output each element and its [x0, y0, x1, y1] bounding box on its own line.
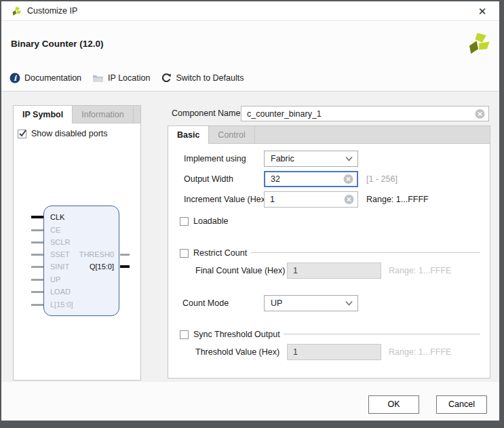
switch-to-defaults-label: Switch to Defaults — [176, 73, 244, 83]
desktop-shadow: Customize IP ✕ Binary Counter (12.0) i D… — [0, 0, 504, 428]
info-icon: i — [9, 73, 20, 83]
port-stub-sclr — [31, 241, 43, 244]
port-stub-clk — [31, 216, 43, 218]
tab-control[interactable]: Control — [209, 126, 254, 143]
dialog-header: Binary Counter (12.0) i Documentation IP… — [1, 22, 499, 91]
port-label-thresh0: THRESH0 — [79, 250, 114, 258]
left-panel-tabs: IP Symbol Information — [14, 106, 140, 123]
chevron-down-icon — [345, 156, 353, 161]
folder-icon — [92, 73, 104, 83]
component-name-field — [241, 106, 489, 121]
implement-using-dropdown[interactable]: Fabric — [264, 151, 358, 167]
port-label-ce: CE — [50, 226, 60, 234]
port-stub-load — [31, 291, 43, 293]
count-mode-label: Count Mode — [182, 298, 229, 308]
show-disabled-ports-checkbox[interactable]: Show disabled ports — [18, 129, 108, 138]
footer — [1, 382, 499, 421]
threshold-value-label: Threshold Value (Hex) — [195, 347, 279, 357]
port-label-sinit: SINIT — [50, 262, 69, 271]
tab-ip-symbol[interactable]: IP Symbol — [14, 106, 73, 123]
restrict-count-label: Restrict Count — [193, 248, 247, 258]
checkbox-box[interactable] — [180, 217, 189, 226]
final-count-value-field — [287, 262, 381, 279]
port-label-up: UP — [50, 275, 60, 284]
clear-icon[interactable] — [344, 195, 354, 205]
port-label-l: L[15:0] — [50, 300, 73, 309]
output-width-field — [264, 171, 358, 187]
ip-title: Binary Counter (12.0) — [11, 39, 104, 49]
clear-icon[interactable] — [343, 174, 353, 184]
port-label-q: Q[15:0] — [90, 262, 114, 271]
ip-symbol-block — [43, 206, 119, 316]
title-bar: Customize IP ✕ — [1, 1, 499, 21]
port-label-sset: SSET — [50, 250, 70, 258]
port-label-clk: CLK — [50, 213, 64, 221]
implement-using-value: Fabric — [271, 151, 294, 166]
sync-threshold-output-checkbox[interactable]: Sync Threshold Output — [180, 330, 280, 339]
restrict-count-divider — [251, 252, 480, 253]
close-button[interactable]: ✕ — [472, 1, 492, 21]
count-mode-value: UP — [271, 296, 282, 311]
tab-basic[interactable]: Basic — [168, 126, 209, 144]
ip-symbol-panel: IP Symbol Information Show disabled port… — [13, 105, 141, 381]
threshold-value-range: Range: 1...FFFE — [389, 347, 451, 357]
restrict-count-checkbox[interactable]: Restrict Count — [180, 248, 247, 258]
ok-button[interactable]: OK — [368, 395, 419, 414]
port-stub-sinit — [31, 266, 43, 268]
checkbox-box[interactable] — [18, 130, 26, 138]
port-stub-ce — [31, 229, 43, 231]
final-count-value-label: Final Count Value (Hex) — [195, 266, 285, 275]
sync-threshold-divider — [284, 334, 480, 334]
tab-information[interactable]: Information — [73, 106, 134, 123]
config-tab-frame: Basic Control Implement using Fabric Out… — [168, 125, 490, 378]
refresh-icon — [161, 73, 172, 83]
increment-value-range: Range: 1...FFFF — [366, 195, 429, 204]
checkbox-box[interactable] — [180, 249, 189, 258]
ip-location-label: IP Location — [108, 73, 150, 83]
implement-using-label: Implement using — [184, 154, 246, 163]
threshold-value-field — [287, 344, 381, 360]
xilinx-logo — [465, 31, 491, 57]
final-count-value-input — [288, 263, 381, 278]
port-stub-up — [31, 279, 43, 281]
port-stub-thresh0 — [120, 254, 130, 256]
clear-icon[interactable] — [475, 109, 485, 119]
show-disabled-ports-label: Show disabled ports — [31, 129, 108, 138]
documentation-button[interactable]: i Documentation — [9, 73, 81, 83]
port-label-sclr: SCLR — [50, 238, 70, 246]
increment-value-label: Increment Value (Hex) — [184, 195, 268, 204]
component-name-label: Component Name — [172, 105, 240, 121]
checkbox-box[interactable] — [180, 330, 189, 339]
output-width-label: Output Width — [184, 174, 233, 184]
port-stub-l — [31, 304, 43, 306]
chevron-down-icon — [345, 300, 353, 306]
port-stub-sset — [31, 254, 43, 256]
xilinx-app-icon — [11, 6, 22, 17]
documentation-label: Documentation — [24, 73, 81, 83]
loadable-label: Loadable — [193, 216, 228, 226]
final-count-value-range: Range: 1...FFFE — [389, 266, 451, 275]
loadable-checkbox[interactable]: Loadable — [180, 216, 228, 226]
count-mode-dropdown[interactable]: UP — [264, 295, 358, 311]
port-stub-q — [120, 265, 130, 268]
config-tabs: Basic Control — [168, 126, 490, 144]
sync-threshold-output-label: Sync Threshold Output — [193, 330, 280, 339]
customize-ip-dialog: Customize IP ✕ Binary Counter (12.0) i D… — [1, 1, 499, 421]
cancel-button[interactable]: Cancel — [436, 395, 487, 414]
increment-value-field — [264, 191, 358, 208]
port-label-load: LOAD — [50, 288, 71, 296]
component-name-input[interactable] — [241, 106, 488, 121]
ip-location-button[interactable]: IP Location — [92, 73, 150, 83]
switch-to-defaults-button[interactable]: Switch to Defaults — [161, 73, 244, 83]
check-icon — [18, 128, 28, 138]
window-title: Customize IP — [27, 1, 77, 21]
threshold-value-input — [288, 345, 381, 359]
output-width-range: [1 - 256] — [366, 174, 398, 184]
toolbar: i Documentation IP Location Switch to De… — [9, 71, 244, 85]
